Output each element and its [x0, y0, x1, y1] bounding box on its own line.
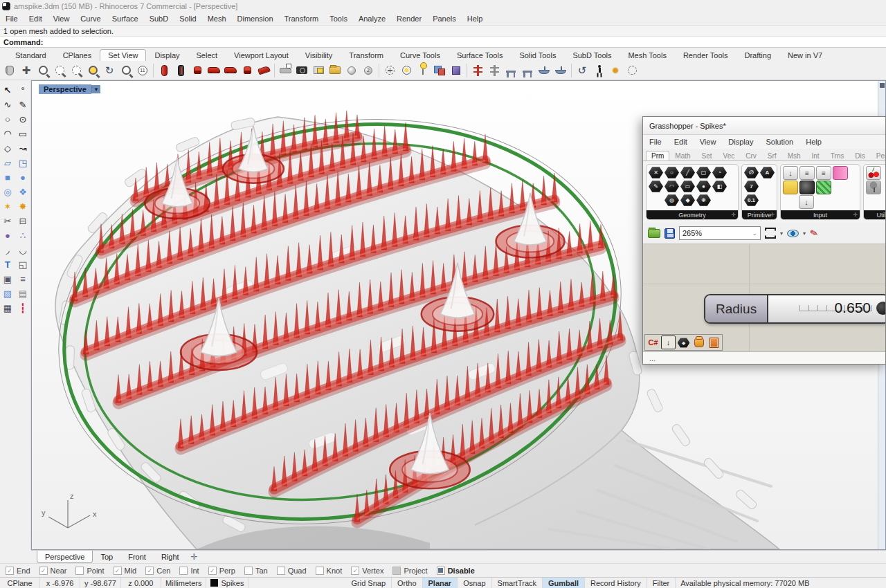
zoom-window-icon[interactable]: [51, 62, 68, 79]
gh-menu-display[interactable]: Display: [722, 138, 759, 146]
gh-component-hex-icon[interactable]: ◠: [664, 180, 679, 193]
osnap-checkbox-near[interactable]: ✓: [39, 567, 48, 575]
gh-group-expand-icon[interactable]: ✛: [853, 212, 858, 218]
menu-tools[interactable]: Tools: [324, 15, 353, 23]
osnap-toggle-int[interactable]: Int: [179, 567, 199, 575]
menu-edit[interactable]: Edit: [24, 15, 48, 23]
clipping-plane-icon[interactable]: [469, 62, 486, 79]
surface-tool-icon[interactable]: ▱: [0, 156, 15, 170]
layer-indicator[interactable]: Spikes: [206, 578, 248, 588]
gh-component-hex-icon[interactable]: ●: [696, 180, 711, 193]
toolbar-tab-select[interactable]: Select: [188, 49, 226, 61]
pan-view-icon[interactable]: [1, 62, 18, 79]
menu-panels[interactable]: Panels: [427, 15, 462, 23]
preview-eye-icon[interactable]: [787, 230, 799, 237]
back-view-icon[interactable]: [172, 62, 189, 79]
new-viewport-tab-icon[interactable]: ✛: [187, 551, 202, 563]
fillet-icon[interactable]: ◞: [0, 243, 15, 257]
toolbar-tab-curve-tools[interactable]: Curve Tools: [392, 49, 449, 61]
toolbar-tab-solid-tools[interactable]: Solid Tools: [511, 49, 564, 61]
jar-dock-icon[interactable]: [691, 336, 706, 349]
cplane-button[interactable]: CPlane: [0, 578, 40, 588]
gh-tab-crv[interactable]: Crv: [740, 151, 762, 160]
status-toggle-planar[interactable]: Planar: [423, 578, 458, 588]
gh-component-hex-icon[interactable]: ○: [664, 166, 679, 179]
menu-analyze[interactable]: Analyze: [353, 15, 391, 23]
osnap-toggle-point[interactable]: Point: [75, 567, 104, 575]
toolbar-tab-drafting[interactable]: Drafting: [736, 49, 780, 61]
trim-icon[interactable]: ✂: [0, 214, 15, 228]
number-slider-icon[interactable]: ↓: [799, 195, 814, 209]
add-clipping-plane-icon[interactable]: [486, 62, 503, 79]
blend-icon[interactable]: ◡: [15, 243, 30, 257]
named-views-manager-icon[interactable]: [327, 62, 343, 79]
osnap-checkbox-quad[interactable]: [277, 567, 285, 575]
menu-file[interactable]: File: [0, 15, 24, 23]
menu-dimension[interactable]: Dimension: [232, 15, 279, 23]
toolbar-tab-display[interactable]: Display: [146, 49, 188, 61]
osnap-toggle-project[interactable]: Project: [392, 567, 427, 575]
osnap-checkbox-int[interactable]: [179, 567, 188, 575]
arc-tool-icon[interactable]: ◠: [0, 127, 15, 141]
status-toggle-osnap[interactable]: Osnap: [458, 578, 491, 588]
status-toggle-ortho[interactable]: Ortho: [392, 578, 423, 588]
grasshopper-window[interactable]: Grasshopper - Spikes* FileEditViewDispla…: [642, 116, 886, 365]
osnap-toggle-mid[interactable]: ✓Mid: [114, 567, 137, 575]
gh-tab-set[interactable]: Set: [696, 151, 718, 160]
top-view-icon[interactable]: [222, 62, 239, 79]
gh-component-hex-icon[interactable]: ∅: [744, 166, 759, 179]
toolbar-tab-viewport-layout[interactable]: Viewport Layout: [226, 49, 297, 61]
toolbar-tab-render-tools[interactable]: Render Tools: [675, 49, 736, 61]
gh-tab-srf[interactable]: Srf: [762, 151, 782, 160]
panel-icon[interactable]: ≡: [799, 166, 815, 180]
toolbar-tab-set-view[interactable]: Set View: [100, 49, 146, 61]
torus-tool-icon[interactable]: ◎: [0, 185, 15, 199]
drop-color-icon[interactable]: ●: [0, 228, 15, 243]
scale-tool-icon[interactable]: ◱: [15, 257, 30, 272]
polygon-tool-icon[interactable]: ◇: [0, 141, 15, 156]
panel-icon[interactable]: ≡: [816, 166, 831, 180]
gh-component-hex-icon[interactable]: ❋: [696, 194, 711, 207]
gh-tab-dis[interactable]: Dis: [849, 151, 870, 160]
bottom-view-icon[interactable]: [239, 62, 255, 79]
save-file-icon[interactable]: [664, 228, 675, 239]
right-view-icon[interactable]: [189, 62, 206, 79]
osnap-checkbox-end[interactable]: ✓: [6, 567, 14, 575]
menu-transform[interactable]: Transform: [279, 15, 325, 23]
gh-tab-math[interactable]: Math: [669, 151, 696, 160]
gh-menu-help[interactable]: Help: [799, 138, 828, 146]
perspective-view-icon[interactable]: [255, 62, 272, 79]
toolbar-tab-new-in-v7[interactable]: New in V7: [779, 49, 831, 61]
panel-dock-icon[interactable]: [707, 336, 721, 349]
osnap-checkbox-vertex[interactable]: ✓: [351, 567, 359, 575]
viewport-title[interactable]: Perspective ▾: [39, 84, 100, 94]
move-view-icon[interactable]: ✚: [18, 62, 35, 79]
osnap-toggle-vertex[interactable]: ✓Vertex: [351, 567, 383, 575]
toolbar-tab-visibility[interactable]: Visibility: [297, 49, 341, 61]
viewport-tab-front[interactable]: Front: [120, 551, 154, 563]
number-slider-dock-icon[interactable]: ↓: [661, 336, 676, 349]
grasshopper-title-bar[interactable]: Grasshopper - Spikes*: [643, 117, 885, 135]
toolbar-tab-cplanes[interactable]: CPlanes: [55, 49, 100, 61]
osnap-toggle-disable[interactable]: Disable: [437, 567, 475, 575]
zoom-extents-dropdown-icon[interactable]: ▾: [780, 230, 783, 237]
gradient-icon[interactable]: [833, 166, 848, 180]
rotate-view-icon[interactable]: ↻: [101, 62, 118, 79]
array-grid-icon[interactable]: ▦: [0, 301, 15, 315]
relay-in-icon[interactable]: ➔: [883, 166, 885, 180]
sketch-pen-icon[interactable]: ✎: [808, 227, 819, 239]
view-number-icon[interactable]: 11: [134, 62, 151, 79]
two-point-perspective-icon[interactable]: 2: [360, 62, 377, 79]
osnap-toggle-tan[interactable]: Tan: [244, 567, 268, 575]
value-knob-icon[interactable]: [799, 181, 815, 194]
gh-tab-prm[interactable]: Prm: [646, 151, 669, 160]
plan-view-icon[interactable]: [503, 62, 519, 79]
status-toggle-filter[interactable]: Filter: [647, 578, 676, 588]
status-toggle-smarttrack[interactable]: SmartTrack: [492, 578, 543, 588]
osnap-checkbox-point[interactable]: [75, 567, 84, 575]
status-toggle-grid-snap[interactable]: Grid Snap: [345, 578, 392, 588]
viewport-tab-top[interactable]: Top: [93, 551, 120, 563]
boat-view-icon[interactable]: [536, 62, 552, 79]
csharp-component-icon[interactable]: C#: [646, 336, 660, 349]
gh-component-hex-icon[interactable]: ▭: [680, 180, 695, 193]
